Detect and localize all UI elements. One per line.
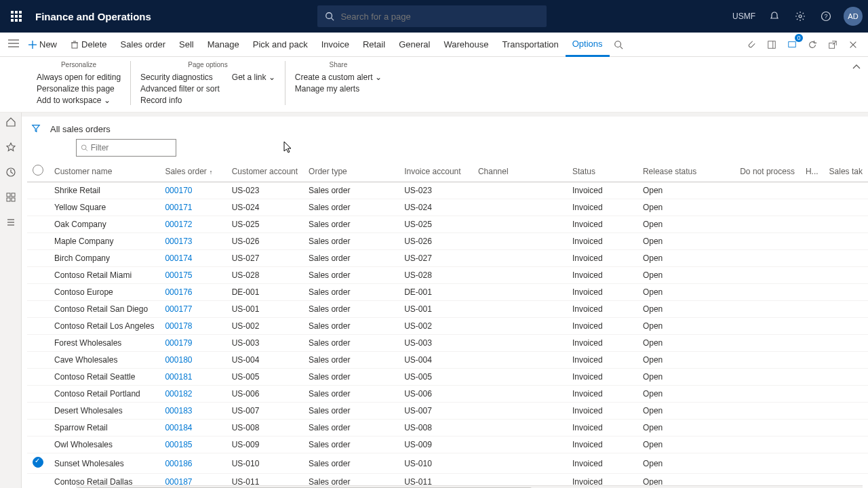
inline-search-button[interactable]	[610, 33, 627, 57]
grid-filter[interactable]	[76, 139, 176, 157]
cell-so[interactable]: 000174	[159, 250, 226, 267]
table-row[interactable]: Sparrow Retail000184US-008Sales orderUS-…	[27, 420, 868, 436]
tab-pick-and-pack[interactable]: Pick and pack	[246, 33, 315, 57]
workspaces-icon[interactable]	[5, 192, 16, 205]
cell-so[interactable]: 000182	[159, 386, 226, 403]
table-row[interactable]: Contoso Retail Dallas000187US-011Sales o…	[27, 474, 868, 486]
settings-icon[interactable]	[789, 5, 811, 27]
row-selector[interactable]	[27, 352, 49, 369]
column-header-invoice-account[interactable]: Invoice account	[399, 161, 473, 182]
popout-icon[interactable]	[823, 35, 842, 54]
cell-so[interactable]: 000184	[159, 420, 226, 436]
grid-filter-input[interactable]	[91, 143, 172, 152]
company-picker[interactable]: USMF	[732, 12, 755, 21]
new-button[interactable]: New	[22, 33, 64, 57]
cell-so[interactable]: 000171	[159, 199, 226, 216]
table-row[interactable]: Contoso Retail Los Angeles000178US-002Sa…	[27, 318, 868, 335]
table-row[interactable]: Cave Wholesales000180US-004Sales orderUS…	[27, 352, 868, 369]
cell-so[interactable]: 000172	[159, 216, 226, 233]
hamburger-icon[interactable]	[5, 39, 22, 49]
cell-so[interactable]: 000180	[159, 352, 226, 369]
row-selector[interactable]	[27, 199, 49, 216]
filter-pane-icon[interactable]	[31, 123, 41, 135]
user-avatar[interactable]: AD	[844, 7, 863, 26]
ribbon-item-security-diagnostics[interactable]: Security diagnostics	[140, 73, 220, 82]
tab-sell[interactable]: Sell	[172, 33, 201, 57]
table-row[interactable]: Sunset Wholesales000186US-010Sales order…	[27, 453, 868, 474]
row-selector[interactable]	[27, 182, 49, 199]
column-header-order-type[interactable]: Order type	[303, 161, 399, 182]
table-row[interactable]: Contoso Europe000176DE-001Sales orderDE-…	[27, 284, 868, 301]
tab-invoice[interactable]: Invoice	[315, 33, 356, 57]
home-icon[interactable]	[5, 117, 16, 129]
row-selector[interactable]	[27, 318, 49, 335]
row-selector[interactable]	[27, 250, 49, 267]
cell-so[interactable]: 000173	[159, 233, 226, 250]
ribbon-item-get-a-link[interactable]: Get a link ⌄	[232, 73, 275, 82]
cell-so[interactable]: 000183	[159, 403, 226, 420]
tab-sales-order[interactable]: Sales order	[114, 33, 172, 57]
row-selector[interactable]	[27, 369, 49, 386]
cell-so[interactable]: 000181	[159, 369, 226, 386]
tab-warehouse[interactable]: Warehouse	[437, 33, 495, 57]
modules-icon[interactable]	[5, 217, 16, 230]
column-header-release-status[interactable]: Release status	[637, 161, 734, 182]
row-selector[interactable]	[27, 284, 49, 301]
select-all-header[interactable]	[27, 161, 49, 182]
column-header-customer-name[interactable]: Customer name	[49, 161, 159, 182]
row-selector[interactable]	[27, 216, 49, 233]
row-selector[interactable]	[27, 474, 49, 486]
row-selector[interactable]	[27, 453, 49, 474]
global-search-input[interactable]	[340, 12, 540, 22]
row-selector[interactable]	[27, 386, 49, 403]
cell-so[interactable]: 000177	[159, 301, 226, 318]
messages-icon[interactable]: 0	[783, 35, 802, 54]
row-selector[interactable]	[27, 267, 49, 284]
cell-so[interactable]: 000186	[159, 453, 226, 474]
tab-options[interactable]: Options	[566, 33, 610, 57]
ribbon-item-record-info[interactable]: Record info	[140, 96, 220, 105]
refresh-icon[interactable]	[803, 35, 822, 54]
row-selector[interactable]	[27, 420, 49, 436]
table-row[interactable]: Yellow Square000171US-024Sales orderUS-0…	[27, 199, 868, 216]
cell-so[interactable]: 000179	[159, 335, 226, 352]
delete-button[interactable]: Delete	[64, 33, 114, 57]
app-launcher-icon[interactable]	[5, 5, 27, 27]
tab-general[interactable]: General	[392, 33, 437, 57]
favorites-icon[interactable]	[5, 142, 16, 155]
table-row[interactable]: Owl Wholesales000185US-009Sales orderUS-…	[27, 436, 868, 453]
cell-so[interactable]: 000175	[159, 267, 226, 284]
ribbon-item-always-open-for-editing[interactable]: Always open for editing	[37, 73, 121, 82]
ribbon-item-manage-my-alerts[interactable]: Manage my alerts	[295, 84, 382, 94]
collapse-ribbon-icon[interactable]	[852, 62, 861, 73]
column-header-customer-account[interactable]: Customer account	[226, 161, 303, 182]
table-row[interactable]: Contoso Retail Portland000182US-006Sales…	[27, 386, 868, 403]
row-selector[interactable]	[27, 335, 49, 352]
table-row[interactable]: Shrike Retail000170US-023Sales orderUS-0…	[27, 182, 868, 199]
table-row[interactable]: Contoso Retail San Diego000177US-001Sale…	[27, 301, 868, 318]
table-row[interactable]: Desert Wholesales000183US-007Sales order…	[27, 403, 868, 420]
tab-manage[interactable]: Manage	[201, 33, 246, 57]
table-row[interactable]: Birch Company000174US-027Sales orderUS-0…	[27, 250, 868, 267]
help-icon[interactable]: ?	[815, 5, 837, 27]
column-header-h[interactable]: H...	[800, 161, 824, 182]
notifications-icon[interactable]	[764, 5, 785, 27]
table-row[interactable]: Forest Wholesales000179US-003Sales order…	[27, 335, 868, 352]
table-row[interactable]: Contoso Retail Miami000175US-028Sales or…	[27, 267, 868, 284]
tab-retail[interactable]: Retail	[356, 33, 392, 57]
column-header-sales-order[interactable]: Sales order↑	[159, 161, 226, 182]
attachments-icon[interactable]	[742, 35, 761, 54]
column-header-do-not-process[interactable]: Do not process	[734, 161, 800, 182]
cell-so[interactable]: 000185	[159, 436, 226, 453]
tab-transportation[interactable]: Transportation	[495, 33, 565, 57]
global-search[interactable]	[317, 5, 547, 27]
table-row[interactable]: Oak Company000172US-025Sales orderUS-025…	[27, 216, 868, 233]
ribbon-item-add-to-workspace[interactable]: Add to workspace ⌄	[37, 96, 121, 105]
ribbon-item-create-a-custom-alert[interactable]: Create a custom alert ⌄	[295, 73, 382, 82]
column-header-channel[interactable]: Channel	[473, 161, 567, 182]
cell-so[interactable]: 000170	[159, 182, 226, 199]
ribbon-item-personalize-this-page[interactable]: Personalize this page	[37, 84, 121, 94]
side-panel-icon[interactable]	[762, 35, 781, 54]
cell-so[interactable]: 000187	[159, 474, 226, 486]
horizontal-scrollbar[interactable]	[76, 485, 863, 488]
